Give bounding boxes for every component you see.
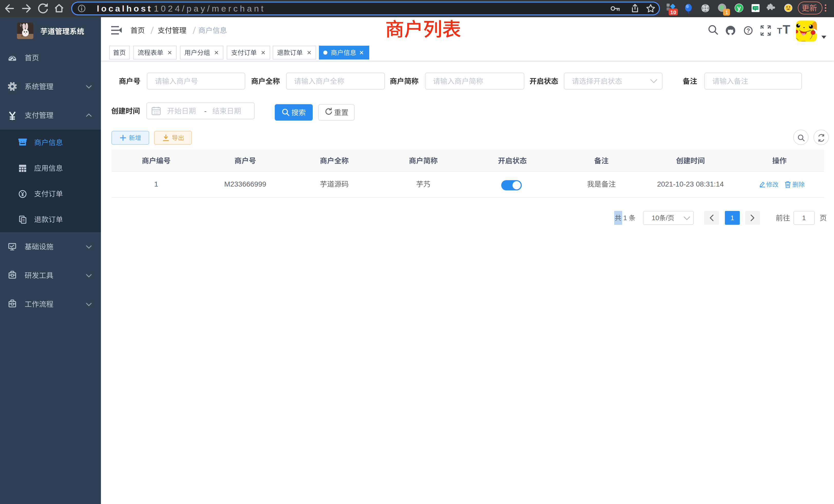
svg-text:1: 1 bbox=[154, 180, 158, 188]
svg-text:1: 1 bbox=[725, 9, 728, 15]
svg-text:-: - bbox=[204, 107, 206, 115]
svg-text::1024/pay/merchant: :1024/pay/merchant bbox=[149, 4, 266, 13]
svg-text:2021-10-23 08:31:14: 2021-10-23 08:31:14 bbox=[657, 180, 724, 188]
svg-text:T: T bbox=[783, 23, 790, 36]
svg-text:1: 1 bbox=[730, 214, 734, 222]
svg-text:10: 10 bbox=[652, 214, 659, 222]
svg-text:?: ? bbox=[746, 27, 750, 34]
svg-text:T: T bbox=[777, 26, 782, 36]
svg-text:1: 1 bbox=[623, 214, 627, 222]
svg-text:/: / bbox=[666, 214, 668, 222]
svg-text:10: 10 bbox=[670, 9, 676, 15]
svg-text:y: y bbox=[737, 4, 741, 12]
svg-text:M233666999: M233666999 bbox=[224, 180, 266, 188]
svg-text:localhost: localhost bbox=[97, 4, 153, 13]
svg-text:1: 1 bbox=[802, 214, 806, 222]
